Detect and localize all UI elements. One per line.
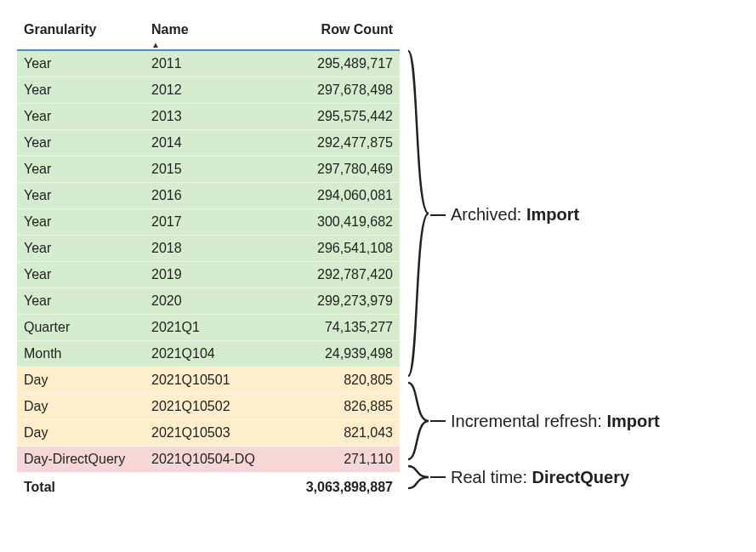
cell-granularity: Year — [17, 209, 145, 236]
cell-rowcount: 292,477,875 — [272, 130, 400, 156]
annotation-incremental-prefix: Incremental refresh: — [451, 412, 606, 430]
cell-name: 2013 — [145, 104, 272, 130]
cell-rowcount: 299,273,979 — [272, 288, 400, 315]
dash-realtime — [430, 476, 446, 478]
cell-rowcount: 820,805 — [272, 367, 400, 394]
table-row[interactable]: Year2012297,678,498 — [17, 77, 400, 104]
cell-granularity: Day-DirectQuery — [17, 447, 145, 473]
table-row[interactable]: Year2019292,787,420 — [17, 262, 400, 288]
cell-rowcount: 295,489,717 — [272, 50, 400, 77]
table-row[interactable]: Year2015297,780,469 — [17, 156, 400, 183]
table-row[interactable]: Year2018296,541,108 — [17, 236, 400, 262]
cell-name: 2021Q10504-DQ — [145, 447, 272, 473]
cell-granularity: Year — [17, 288, 145, 315]
total-row: Total 3,063,898,887 — [17, 473, 400, 503]
cell-name: 2012 — [145, 77, 272, 104]
cell-granularity: Year — [17, 77, 145, 104]
partition-table: Granularity Name ▲ Row Count Year2011295… — [17, 17, 400, 502]
cell-granularity: Year — [17, 104, 145, 130]
table-row[interactable]: Year2011295,489,717 — [17, 50, 400, 77]
table-row[interactable]: Year2017300,419,682 — [17, 209, 400, 236]
cell-granularity: Day — [17, 367, 145, 394]
annotation-archived: Archived: Import — [451, 205, 579, 225]
total-value: 3,063,898,887 — [272, 473, 400, 503]
cell-granularity: Year — [17, 130, 145, 156]
cell-rowcount: 74,135,277 — [272, 315, 400, 341]
cell-name: 2021Q10502 — [145, 394, 272, 420]
cell-name: 2017 — [145, 209, 272, 236]
cell-rowcount: 300,419,682 — [272, 209, 400, 236]
cell-name: 2014 — [145, 130, 272, 156]
cell-rowcount: 297,678,498 — [272, 77, 400, 104]
annotation-realtime-prefix: Real time: — [451, 468, 532, 487]
cell-name: 2011 — [145, 50, 272, 77]
table-row[interactable]: Year2014292,477,875 — [17, 130, 400, 156]
table-row[interactable]: Day-DirectQuery2021Q10504-DQ271,110 — [17, 447, 400, 473]
cell-rowcount: 821,043 — [272, 420, 400, 447]
cell-granularity: Day — [17, 420, 145, 447]
annotation-incremental-bold: Import — [606, 412, 659, 430]
cell-granularity: Year — [17, 236, 145, 262]
bracket-archived — [406, 48, 430, 379]
dash-archived — [430, 214, 446, 216]
bracket-incremental — [406, 379, 430, 463]
table-row[interactable]: Quarter2021Q174,135,277 — [17, 315, 400, 341]
table-row[interactable]: Year2013295,575,442 — [17, 104, 400, 130]
cell-rowcount: 292,787,420 — [272, 262, 400, 288]
header-name[interactable]: Name ▲ — [145, 17, 272, 50]
table-row[interactable]: Month2021Q10424,939,498 — [17, 341, 400, 367]
cell-name: 2015 — [145, 156, 272, 183]
header-rowcount[interactable]: Row Count — [272, 17, 400, 50]
cell-name: 2020 — [145, 288, 272, 315]
table-row[interactable]: Year2016294,060,081 — [17, 183, 400, 209]
dash-incremental — [430, 420, 446, 422]
sort-ascending-icon: ▲ — [151, 40, 160, 49]
cell-granularity: Year — [17, 50, 145, 77]
table-row[interactable]: Day2021Q10503821,043 — [17, 420, 400, 447]
cell-name: 2021Q104 — [145, 341, 272, 367]
cell-granularity: Month — [17, 341, 145, 367]
cell-rowcount: 297,780,469 — [272, 156, 400, 183]
cell-rowcount: 295,575,442 — [272, 104, 400, 130]
cell-granularity: Day — [17, 394, 145, 420]
cell-rowcount: 294,060,081 — [272, 183, 400, 209]
cell-name: 2019 — [145, 262, 272, 288]
bracket-realtime — [406, 463, 430, 492]
annotations: Archived: Import Incremental refresh: Im… — [406, 48, 730, 524]
cell-rowcount: 271,110 — [272, 447, 400, 473]
cell-rowcount: 296,541,108 — [272, 236, 400, 262]
cell-granularity: Year — [17, 262, 145, 288]
annotation-archived-bold: Import — [526, 205, 579, 224]
annotation-archived-prefix: Archived: — [451, 205, 526, 224]
table-row[interactable]: Day2021Q10502826,885 — [17, 394, 400, 420]
annotation-incremental: Incremental refresh: Import — [451, 412, 660, 431]
cell-granularity: Year — [17, 156, 145, 183]
header-name-label: Name — [151, 22, 189, 37]
header-row: Granularity Name ▲ Row Count — [17, 17, 400, 50]
cell-rowcount: 24,939,498 — [272, 341, 400, 367]
cell-name: 2021Q10503 — [145, 420, 272, 447]
table-row[interactable]: Day2021Q10501820,805 — [17, 367, 400, 394]
header-granularity[interactable]: Granularity — [17, 17, 145, 50]
annotation-realtime: Real time: DirectQuery — [451, 468, 629, 487]
cell-name: 2021Q10501 — [145, 367, 272, 394]
annotation-realtime-bold: DirectQuery — [532, 468, 630, 487]
cell-name: 2016 — [145, 183, 272, 209]
total-label: Total — [17, 473, 145, 503]
table-row[interactable]: Year2020299,273,979 — [17, 288, 400, 315]
cell-granularity: Year — [17, 183, 145, 209]
cell-name: 2018 — [145, 236, 272, 262]
cell-name: 2021Q1 — [145, 315, 272, 341]
cell-rowcount: 826,885 — [272, 394, 400, 420]
cell-granularity: Quarter — [17, 315, 145, 341]
